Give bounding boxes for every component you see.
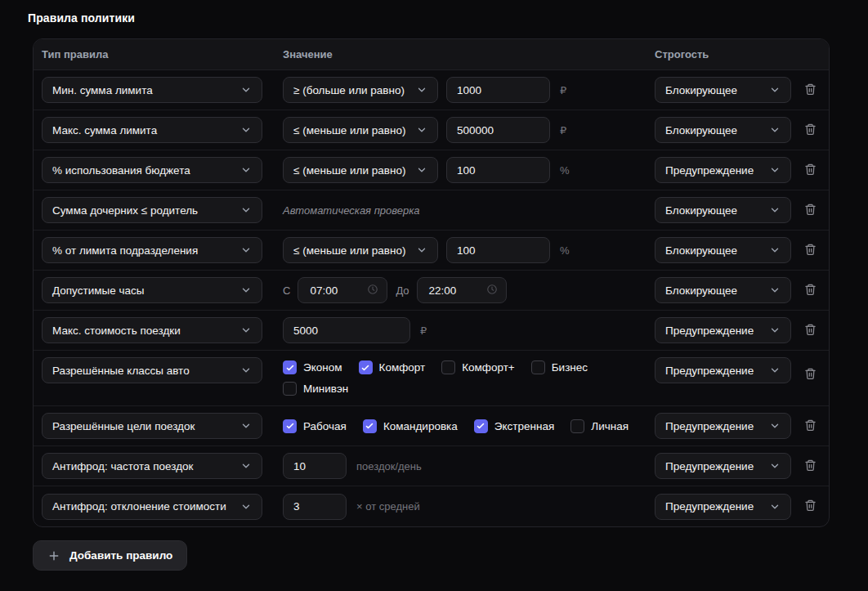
checkbox-icon bbox=[474, 419, 488, 433]
strictness-value: Блокирующее bbox=[665, 244, 737, 257]
value-input[interactable] bbox=[283, 494, 347, 520]
strictness-value: Блокирующее bbox=[665, 204, 737, 217]
checkbox-option[interactable]: Комфорт+ bbox=[441, 360, 515, 374]
checkbox-label: Эконом bbox=[303, 361, 342, 374]
checkbox-option[interactable]: Минивэн bbox=[283, 382, 348, 396]
delete-rule-button[interactable] bbox=[799, 318, 821, 343]
chevron-down-icon bbox=[769, 84, 781, 96]
checkbox-label: Комфорт bbox=[379, 361, 426, 374]
checkbox-option[interactable]: Рабочая bbox=[283, 419, 347, 433]
operator-select[interactable]: ≥ (больше или равно) bbox=[283, 77, 438, 103]
rule-type-select[interactable]: Разрешённые классы авто bbox=[42, 357, 262, 383]
operator-select[interactable]: ≤ (меньше или равно) bbox=[283, 157, 438, 183]
rule-type-select[interactable]: Антифрод: отклонение стоимости bbox=[42, 494, 262, 520]
delete-rule-button[interactable] bbox=[799, 78, 821, 103]
checkbox-option[interactable]: Командировка bbox=[363, 419, 458, 433]
rule-type-select[interactable]: Антифрод: частота поездок bbox=[42, 453, 262, 479]
table-row: Сумма дочерних ≤ родитель Автоматическая… bbox=[34, 190, 829, 231]
add-rule-label: Добавить правило bbox=[69, 549, 172, 562]
trash-icon bbox=[804, 123, 817, 138]
chevron-down-icon bbox=[240, 420, 252, 432]
rule-type-select[interactable]: Разрешённые цели поездок bbox=[42, 413, 262, 439]
time-from-value: 07:00 bbox=[310, 284, 338, 297]
delete-rule-button[interactable] bbox=[799, 454, 821, 479]
table-header-row: Тип правила Значение Строгость bbox=[34, 39, 829, 70]
delete-rule-button[interactable] bbox=[799, 118, 821, 143]
delete-rule-button[interactable] bbox=[799, 278, 821, 303]
chevron-down-icon bbox=[769, 124, 781, 136]
trash-icon bbox=[804, 283, 817, 298]
checkbox-label: Командировка bbox=[383, 420, 458, 432]
chevron-down-icon bbox=[769, 420, 781, 432]
trash-icon bbox=[804, 163, 817, 178]
strictness-select[interactable]: Блокирующее bbox=[655, 277, 791, 303]
chevron-down-icon bbox=[240, 460, 252, 472]
rule-type-select[interactable]: Мин. сумма лимита bbox=[42, 77, 262, 103]
delete-rule-button[interactable] bbox=[799, 238, 821, 263]
unit-label: ₽ bbox=[560, 84, 566, 96]
checkbox-option[interactable]: Экстренная bbox=[474, 419, 554, 433]
chevron-down-icon bbox=[416, 244, 427, 256]
unit-label: × от средней bbox=[356, 500, 420, 513]
add-rule-button[interactable]: Добавить правило bbox=[33, 540, 187, 571]
rule-type-select[interactable]: Макс. сумма лимита bbox=[42, 117, 262, 143]
operator-value: ≤ (меньше или равно) bbox=[293, 164, 405, 177]
strictness-select[interactable]: Предупреждение bbox=[655, 317, 791, 343]
chevron-down-icon bbox=[769, 204, 781, 216]
strictness-select[interactable]: Блокирующее bbox=[655, 237, 791, 263]
operator-select[interactable]: ≤ (меньше или равно) bbox=[283, 237, 438, 263]
checkbox-icon bbox=[359, 360, 373, 374]
delete-rule-button[interactable] bbox=[799, 414, 821, 439]
strictness-select[interactable]: Предупреждение bbox=[655, 157, 791, 183]
unit-label: ₽ bbox=[420, 325, 427, 337]
chevron-down-icon bbox=[416, 124, 427, 136]
unit-label: % bbox=[560, 164, 570, 177]
strictness-select[interactable]: Блокирующее bbox=[655, 77, 791, 103]
rule-type-value: Антифрод: частота поездок bbox=[52, 460, 193, 472]
strictness-select[interactable]: Предупреждение bbox=[655, 357, 791, 383]
column-header-type: Тип правила bbox=[34, 48, 283, 60]
value-input[interactable] bbox=[446, 237, 550, 263]
rule-type-select[interactable]: Допустимые часы bbox=[42, 277, 262, 303]
value-input[interactable] bbox=[446, 77, 550, 103]
strictness-select[interactable]: Блокирующее bbox=[655, 197, 791, 223]
checkbox-label: Экстренная bbox=[494, 420, 554, 432]
trash-icon bbox=[804, 459, 817, 474]
checkbox-label: Рабочая bbox=[303, 420, 347, 432]
checkbox-option[interactable]: Эконом bbox=[283, 360, 342, 374]
time-from-input[interactable]: 07:00 bbox=[298, 277, 387, 303]
checkbox-option[interactable]: Личная bbox=[570, 419, 629, 433]
rule-type-value: Макс. сумма лимита bbox=[52, 124, 157, 137]
chevron-down-icon bbox=[240, 501, 252, 513]
checkbox-option[interactable]: Комфорт bbox=[359, 360, 426, 374]
trash-icon bbox=[804, 243, 817, 258]
strictness-select[interactable]: Предупреждение bbox=[655, 453, 791, 479]
rule-type-select[interactable]: Сумма дочерних ≤ родитель bbox=[42, 197, 262, 223]
clock-icon bbox=[486, 284, 498, 298]
delete-rule-button[interactable] bbox=[799, 158, 821, 183]
delete-rule-button[interactable] bbox=[799, 362, 821, 387]
rule-type-select[interactable]: % от лимита подразделения bbox=[42, 237, 262, 263]
delete-rule-button[interactable] bbox=[799, 494, 821, 519]
rule-type-select[interactable]: Макс. стоимость поездки bbox=[42, 317, 262, 343]
value-input[interactable] bbox=[446, 157, 550, 183]
value-input[interactable] bbox=[283, 453, 347, 479]
strictness-select[interactable]: Предупреждение bbox=[655, 413, 791, 439]
checkbox-option[interactable]: Бизнес bbox=[531, 360, 588, 374]
strictness-select[interactable]: Блокирующее bbox=[655, 117, 791, 143]
from-label: С bbox=[283, 284, 290, 297]
value-input[interactable] bbox=[283, 317, 410, 343]
rule-type-select[interactable]: % использования бюджета bbox=[42, 157, 262, 183]
column-header-strictness: Строгость bbox=[655, 48, 791, 60]
chevron-down-icon bbox=[769, 501, 781, 513]
chevron-down-icon bbox=[240, 204, 252, 216]
time-to-input[interactable]: 22:00 bbox=[417, 277, 507, 303]
value-input[interactable] bbox=[446, 117, 550, 143]
strictness-value: Предупреждение bbox=[665, 164, 754, 177]
strictness-value: Предупреждение bbox=[665, 325, 754, 337]
checkbox-icon bbox=[283, 382, 297, 396]
rule-type-value: Разрешённые классы авто bbox=[52, 365, 190, 377]
operator-select[interactable]: ≤ (меньше или равно) bbox=[283, 117, 438, 143]
delete-rule-button[interactable] bbox=[799, 198, 821, 223]
strictness-select[interactable]: Предупреждение bbox=[655, 494, 791, 520]
